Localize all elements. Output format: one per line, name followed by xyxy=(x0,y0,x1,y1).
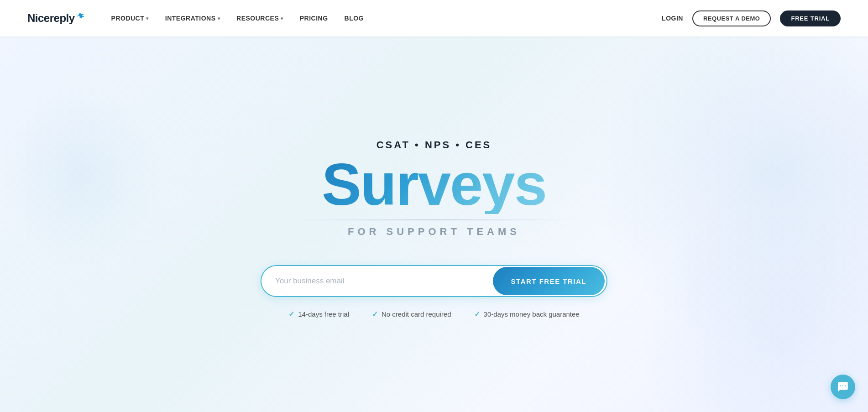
hero-decoration-left xyxy=(0,82,160,265)
hero-section: CSAT • NPS • CES Surveys FOR SUPPORT TEA… xyxy=(0,37,868,412)
badge-trial-label: 14-days free trial xyxy=(298,310,349,318)
navigation: Nicereply PRODUCT ▾ INTEGRATIONS ▾ RESOU… xyxy=(0,0,868,37)
hero-tagline: FOR SUPPORT TEAMS xyxy=(348,226,520,238)
nav-resources[interactable]: RESOURCES ▾ xyxy=(236,15,283,22)
badge-money-back: ✓ 30-days money back guarantee xyxy=(474,310,580,318)
login-button[interactable]: LOGIN xyxy=(662,15,683,22)
free-trial-nav-button[interactable]: FREE TRIAL xyxy=(780,10,841,26)
logo-text: Nicereply xyxy=(27,12,75,25)
check-icon: ✓ xyxy=(372,310,378,318)
logo[interactable]: Nicereply xyxy=(27,12,84,25)
chevron-down-icon: ▾ xyxy=(146,16,149,21)
hero-subtitle: CSAT • NPS • CES xyxy=(376,139,492,151)
nav-integrations[interactable]: INTEGRATIONS ▾ xyxy=(165,15,220,22)
nav-actions: LOGIN REQUEST A DEMO FREE TRIAL xyxy=(662,10,841,26)
form-badges: ✓ 14-days free trial ✓ No credit card re… xyxy=(288,310,579,318)
chevron-down-icon: ▾ xyxy=(281,16,283,21)
badge-trial: ✓ 14-days free trial xyxy=(288,310,349,318)
email-input[interactable] xyxy=(261,276,491,286)
nav-product[interactable]: PRODUCT ▾ xyxy=(111,15,149,22)
check-icon: ✓ xyxy=(474,310,480,318)
nav-blog[interactable]: BLOG xyxy=(345,15,364,22)
nav-blog-label: BLOG xyxy=(345,15,364,22)
badge-money-back-label: 30-days money back guarantee xyxy=(484,310,580,318)
nav-pricing[interactable]: PRICING xyxy=(300,15,328,22)
nav-links: PRODUCT ▾ INTEGRATIONS ▾ RESOURCES ▾ PRI… xyxy=(111,15,662,22)
nav-integrations-label: INTEGRATIONS xyxy=(165,15,216,22)
check-icon: ✓ xyxy=(288,310,294,318)
badge-no-card-label: No credit card required xyxy=(382,310,451,318)
nav-product-label: PRODUCT xyxy=(111,15,145,22)
start-free-trial-button[interactable]: START FREE TRIAL xyxy=(493,267,605,295)
nav-pricing-label: PRICING xyxy=(300,15,328,22)
hero-title: Surveys xyxy=(322,155,546,214)
chevron-down-icon: ▾ xyxy=(218,16,220,21)
nav-resources-label: RESOURCES xyxy=(236,15,279,22)
email-form: START FREE TRIAL xyxy=(261,265,607,297)
logo-bird-icon xyxy=(77,13,84,20)
email-form-wrapper: START FREE TRIAL xyxy=(261,265,607,297)
chat-icon xyxy=(837,381,849,393)
request-demo-button[interactable]: REQUEST A DEMO xyxy=(692,10,771,26)
badge-no-card: ✓ No credit card required xyxy=(372,310,451,318)
chat-support-button[interactable] xyxy=(831,375,855,399)
hero-divider xyxy=(293,219,575,220)
hero-content: CSAT • NPS • CES Surveys FOR SUPPORT TEA… xyxy=(261,139,607,318)
